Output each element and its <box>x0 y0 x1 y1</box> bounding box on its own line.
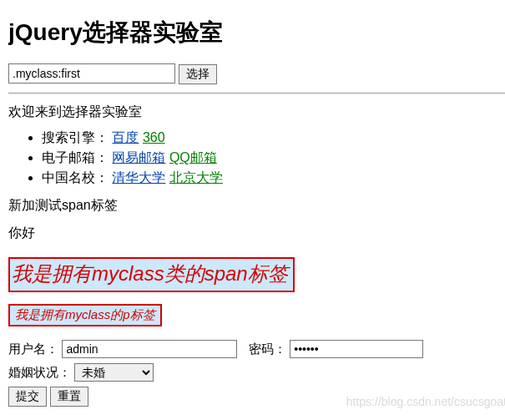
marital-select[interactable]: 未婚 <box>74 363 154 382</box>
welcome-text: 欢迎来到选择器实验室 <box>8 104 505 121</box>
username-input[interactable] <box>62 340 237 358</box>
submit-button[interactable]: 提交 <box>8 387 47 407</box>
link-netease-mail[interactable]: 网易邮箱 <box>112 150 165 164</box>
hello-text: 你好 <box>8 225 505 242</box>
link-pku[interactable]: 北京大学 <box>169 170 223 185</box>
list-item: 中国名校： 清华大学 北京大学 <box>42 170 505 187</box>
selector-input[interactable] <box>8 63 175 83</box>
reset-button[interactable]: 重置 <box>50 387 88 407</box>
link-baidu[interactable]: 百度 <box>112 130 139 144</box>
new-span-note: 新加测试span标签 <box>8 197 505 215</box>
myclass-p-highlight: 我是拥有myclass的p标签 <box>8 304 162 326</box>
link-360[interactable]: 360 <box>143 130 165 144</box>
myclass-span-highlight: 我是拥有myclass类的span标签 <box>8 257 295 292</box>
marital-label: 婚姻状况： <box>8 365 71 379</box>
category-list: 搜索引擎： 百度 360 电子邮箱： 网易邮箱 QQ邮箱 中国名校： 清华大学 … <box>8 129 505 187</box>
item-label: 中国名校： <box>42 170 109 185</box>
form-row-marital: 婚姻状况： 未婚 <box>8 363 505 382</box>
page-title: jQuery选择器实验室 <box>8 17 505 48</box>
list-item: 搜索引擎： 百度 360 <box>42 129 505 147</box>
selector-row: 选择 <box>8 63 505 84</box>
divider <box>8 93 505 94</box>
link-qq-mail[interactable]: QQ邮箱 <box>169 150 217 164</box>
select-button[interactable]: 选择 <box>179 64 217 84</box>
username-label: 用户名： <box>8 342 58 356</box>
form-row-credentials: 用户名： 密码： <box>8 340 505 358</box>
watermark: https://blog.csdn.net/csucsgoat <box>346 395 505 408</box>
item-label: 电子邮箱： <box>42 150 109 164</box>
link-tsinghua[interactable]: 清华大学 <box>112 170 165 185</box>
password-label: 密码： <box>249 342 286 356</box>
list-item: 电子邮箱： 网易邮箱 QQ邮箱 <box>42 149 505 167</box>
item-label: 搜索引擎： <box>42 130 109 144</box>
password-input[interactable] <box>290 340 423 358</box>
